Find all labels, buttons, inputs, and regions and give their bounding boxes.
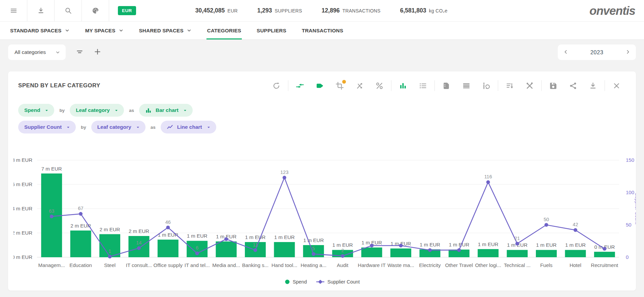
category-label: Steel xyxy=(104,262,116,268)
tab-shared-spaces[interactable]: SHARED SPACES xyxy=(139,22,192,39)
menu-button[interactable] xyxy=(0,0,27,21)
chevron-left-icon xyxy=(563,49,569,55)
header-stat: 30,452,085 EUR xyxy=(195,7,238,14)
chart-type-pill[interactable]: Line chart xyxy=(161,121,216,133)
chevron-down-icon xyxy=(55,50,60,55)
line-value-label: 46 xyxy=(165,219,171,225)
spend-bar xyxy=(507,250,528,257)
tab-suppliers[interactable]: SUPPLIERS xyxy=(257,22,286,39)
unsort-arrows-icon xyxy=(355,82,364,90)
supplier-count-point xyxy=(224,237,228,241)
supplier-count-point xyxy=(166,226,170,229)
caret-down-icon xyxy=(66,125,71,130)
spend-bar xyxy=(274,242,295,257)
refresh-button[interactable] xyxy=(272,82,281,90)
sort-descending-button[interactable] xyxy=(506,82,514,90)
left-axis-tick: 6 m EUR xyxy=(13,181,32,187)
tab-transactions[interactable]: TRANSACTIONS xyxy=(302,22,343,39)
percent-icon xyxy=(375,82,384,90)
right-axis-tick: 100 xyxy=(626,189,634,195)
tag-icon xyxy=(316,82,324,90)
tab-categories[interactable]: CATEGORIES xyxy=(207,22,241,39)
supplier-count-point xyxy=(312,252,315,256)
supplier-count-point xyxy=(370,244,374,247)
supplier-count-point xyxy=(283,176,286,179)
circle-marker-icon xyxy=(285,279,290,284)
bar-chart-view-button[interactable] xyxy=(399,82,407,90)
filter-icon xyxy=(76,48,84,56)
toolbar-divider xyxy=(434,80,435,91)
chart-type-pill[interactable]: Bar chart xyxy=(139,104,193,117)
query-builder: Spend by Leaf category as Bar chart Supp… xyxy=(18,104,626,133)
customize-tools-icon xyxy=(525,82,534,90)
bar-value-label: 1 m EUR xyxy=(420,242,440,247)
previous-year-button[interactable] xyxy=(562,48,570,57)
refresh-icon xyxy=(272,82,281,90)
category-filter-dropdown[interactable]: All categories xyxy=(8,44,66,60)
add-view-button[interactable] xyxy=(94,48,101,57)
supplier-count-point xyxy=(137,246,141,250)
bar-value-label: 2 m EUR xyxy=(129,228,149,234)
sort-descending-icon xyxy=(506,82,514,90)
crop-button[interactable] xyxy=(335,82,344,90)
supplier-count-point xyxy=(457,248,461,252)
pivot-icon xyxy=(482,82,490,90)
download-chart-button[interactable] xyxy=(589,82,597,90)
table-rows-button[interactable] xyxy=(462,82,471,90)
percent-button[interactable] xyxy=(375,82,384,90)
category-label: Recruitment xyxy=(591,262,618,268)
table-rows-icon xyxy=(462,82,471,90)
connector-as: as xyxy=(151,125,156,130)
right-axis-title: Supplier Count xyxy=(634,193,636,225)
left-axis-tick: 2 m EUR xyxy=(13,230,32,236)
category-filter-label: All categories xyxy=(14,49,46,55)
measure-pill[interactable]: Spend xyxy=(18,104,54,117)
legend-item-spend[interactable]: Spend xyxy=(285,279,307,285)
converge-arrows-button[interactable] xyxy=(296,82,304,90)
next-year-button[interactable] xyxy=(624,48,632,57)
pivot-button[interactable] xyxy=(482,82,490,90)
tab-standard-spaces[interactable]: STANDARD SPACES xyxy=(10,22,70,39)
palette-button[interactable] xyxy=(82,0,109,21)
save-button[interactable] xyxy=(549,82,557,90)
chevron-down-icon xyxy=(187,28,192,33)
top-header: EUR 30,452,085 EUR 1,293 SUPPLIERS 12,89… xyxy=(0,0,644,22)
file-report-button[interactable] xyxy=(442,82,451,90)
toolbar-divider xyxy=(605,80,605,91)
category-label: IT consult... xyxy=(126,262,152,268)
header-stat: 12,896 TRANSACTIONS xyxy=(322,7,381,14)
category-label: Hand tool... xyxy=(271,262,297,268)
spend-bar xyxy=(216,241,237,257)
bar-value-label: 2 m EUR xyxy=(100,227,120,232)
filter-button[interactable] xyxy=(76,48,84,57)
chart-type-label: Bar chart xyxy=(156,107,179,113)
list-view-button[interactable] xyxy=(419,82,427,90)
customize-tools-button[interactable] xyxy=(525,82,534,90)
query-row: Spend by Leaf category as Bar chart xyxy=(18,104,626,117)
line-value-label: 11 xyxy=(253,242,258,247)
stat-label: EUR xyxy=(227,8,237,13)
left-axis-tick: 0 m EUR xyxy=(13,254,32,260)
close-button[interactable] xyxy=(612,82,621,90)
chevron-down-icon xyxy=(65,28,70,33)
legend-item-supplier-count[interactable]: Supplier Count xyxy=(316,279,360,285)
caret-down-icon xyxy=(44,108,49,113)
tab-my-spaces[interactable]: MY SPACES xyxy=(85,22,124,39)
dimension-pill[interactable]: Leaf category xyxy=(91,121,146,133)
tag-button[interactable] xyxy=(316,82,324,90)
download-button[interactable] xyxy=(27,0,55,21)
line-value-label: 42 xyxy=(573,222,578,227)
share-button[interactable] xyxy=(569,82,577,90)
measure-label: Spend xyxy=(24,107,40,113)
stat-value: 12,896 xyxy=(322,7,340,14)
legend-label: Spend xyxy=(293,279,307,285)
tab-label: CATEGORIES xyxy=(207,28,241,33)
unsort-arrows-button[interactable] xyxy=(355,82,364,90)
measure-pill[interactable]: Supplier Count xyxy=(18,121,76,133)
currency-badge[interactable]: EUR xyxy=(118,6,136,15)
currency-badge-cell: EUR xyxy=(109,0,145,21)
line-value-label: 21 xyxy=(515,236,520,241)
year-selector: 2023 xyxy=(558,44,636,60)
search-button[interactable] xyxy=(55,0,82,21)
dimension-pill[interactable]: Leaf category xyxy=(70,104,124,117)
